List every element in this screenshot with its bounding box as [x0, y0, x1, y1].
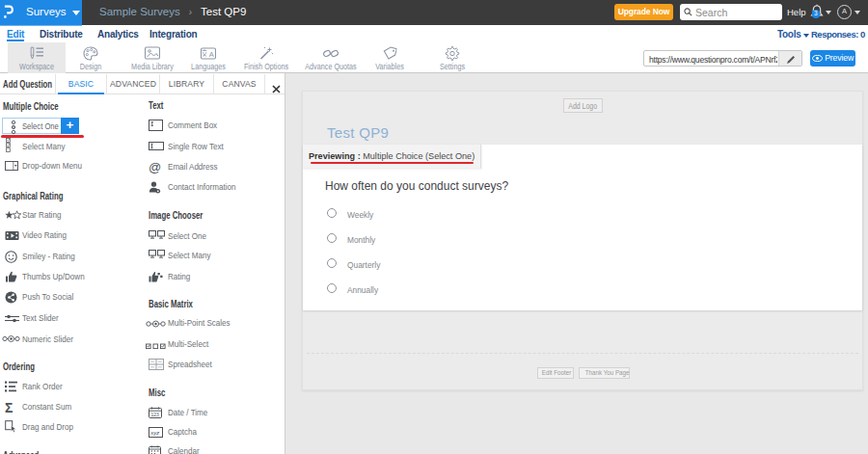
svg-text:123: 123	[151, 411, 160, 416]
svg-text:@: @	[149, 161, 161, 174]
svg-text:Σ: Σ	[5, 401, 13, 414]
svg-text:xyz: xyz	[149, 430, 159, 436]
svg-text:A: A	[209, 50, 214, 59]
